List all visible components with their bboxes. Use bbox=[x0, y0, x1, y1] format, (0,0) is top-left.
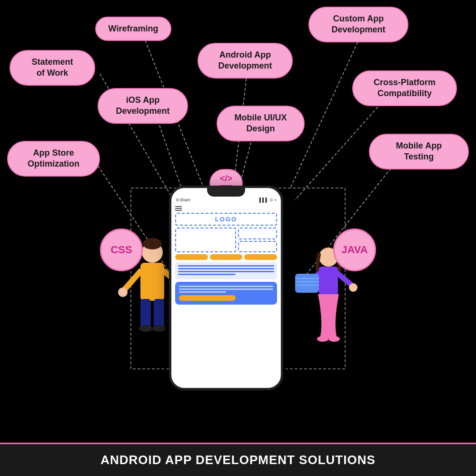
svg-line-27 bbox=[338, 274, 352, 286]
svg-rect-12 bbox=[140, 263, 164, 301]
phone-logo-area: LOGO bbox=[175, 213, 277, 226]
content-line-short bbox=[178, 274, 236, 275]
wf-left-block bbox=[175, 228, 236, 252]
phone-btn-2 bbox=[210, 254, 243, 260]
content-line bbox=[178, 271, 274, 272]
java-bubble: JAVA bbox=[333, 228, 376, 271]
card-button bbox=[179, 295, 236, 301]
svg-rect-28 bbox=[295, 274, 319, 293]
phone-btn-1 bbox=[175, 254, 208, 260]
app-store-opt-pill: App Store Optimization bbox=[7, 141, 100, 177]
mobile-app-testing-pill: Mobile App Testing bbox=[369, 134, 469, 169]
content-line bbox=[178, 265, 274, 267]
svg-rect-25 bbox=[319, 267, 338, 295]
svg-line-26 bbox=[302, 274, 319, 288]
title-bar: ANDROID APP DEVELOPMENT SOLUTIONS bbox=[0, 443, 476, 476]
mobile-ui-ux-pill: Mobile UI/UX Design bbox=[217, 106, 305, 141]
card-line bbox=[179, 288, 273, 290]
phone-notch bbox=[207, 188, 245, 197]
page-title: ANDROID APP DEVELOPMENT SOLUTIONS bbox=[100, 453, 376, 467]
android-app-dev-pill: Android App Development bbox=[198, 43, 293, 79]
phone-status-bar: 9:30am ▌▌▌ ⊙ ▪ bbox=[171, 197, 281, 203]
svg-point-22 bbox=[139, 325, 152, 332]
svg-point-10 bbox=[142, 242, 163, 263]
svg-rect-20 bbox=[140, 299, 151, 327]
cross-platform-pill: Cross-Platform Compatibility bbox=[352, 70, 457, 106]
phone-content-block bbox=[175, 262, 277, 279]
phone-btn-3 bbox=[244, 254, 277, 260]
svg-point-33 bbox=[328, 336, 340, 342]
svg-point-34 bbox=[349, 283, 357, 292]
hamburger-line bbox=[175, 206, 182, 207]
svg-rect-21 bbox=[154, 299, 164, 327]
main-scene: Statement of Work Wireframing Android Ap… bbox=[0, 0, 476, 476]
css-bubble: CSS bbox=[100, 228, 143, 271]
phone-buttons-row bbox=[175, 254, 277, 260]
ios-app-dev-pill: iOS App Development bbox=[98, 88, 188, 124]
svg-point-19 bbox=[118, 288, 128, 297]
svg-point-11 bbox=[143, 238, 162, 249]
custom-app-dev-pill: Custom App Development bbox=[308, 7, 408, 42]
svg-point-23 bbox=[152, 325, 166, 332]
hamburger-line bbox=[175, 210, 182, 211]
phone-mockup: 9:30am ▌▌▌ ⊙ ▪ LOGO bbox=[169, 186, 283, 390]
wf-right-blocks bbox=[238, 228, 277, 252]
phone-card bbox=[175, 282, 277, 305]
svg-line-7 bbox=[95, 162, 178, 286]
phone-menu-bar bbox=[175, 205, 277, 213]
svg-point-32 bbox=[317, 336, 328, 342]
wireframing-pill: Wireframing bbox=[95, 17, 171, 41]
svg-line-13 bbox=[124, 271, 140, 290]
svg-line-3 bbox=[290, 33, 362, 188]
hamburger-line bbox=[175, 208, 182, 209]
card-line bbox=[179, 291, 226, 293]
wf-right-bottom bbox=[238, 241, 277, 253]
card-line bbox=[179, 286, 273, 287]
phone-wireframe-area bbox=[175, 228, 277, 252]
content-line bbox=[178, 268, 274, 269]
phone-screen: LOGO bbox=[171, 203, 281, 309]
statement-of-work-pill: Statement of Work bbox=[10, 50, 95, 86]
wf-right-top bbox=[238, 228, 277, 239]
